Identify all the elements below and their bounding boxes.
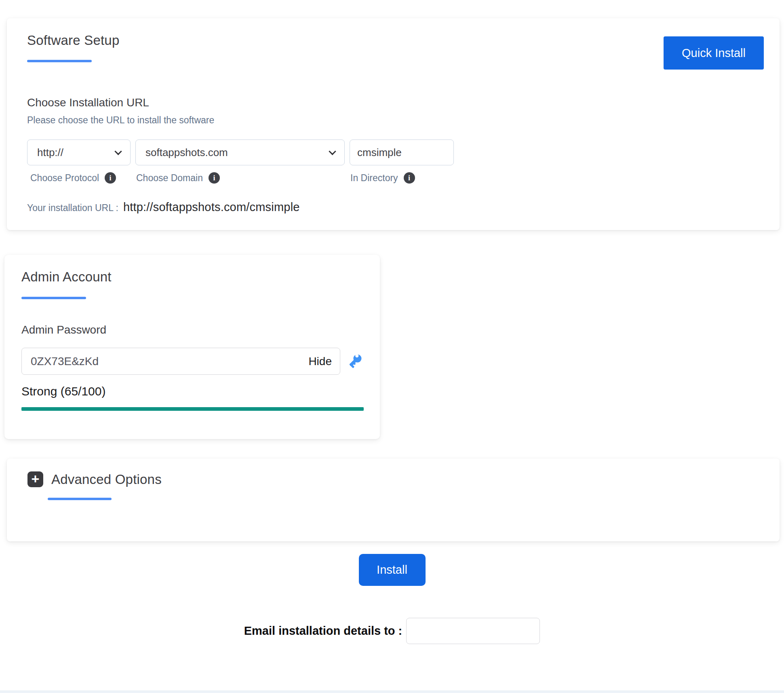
install-button[interactable]: Install [359,554,426,586]
software-setup-title-block: Software Setup [27,33,119,62]
info-icon[interactable]: i [404,172,415,184]
directory-input[interactable] [350,139,454,165]
software-setup-title: Software Setup [27,33,119,48]
directory-label: In Directory [350,173,398,184]
title-accent-underline [27,60,92,62]
protocol-label: Choose Protocol [30,173,99,184]
domain-select-wrap: softappshots.com [135,139,345,165]
email-details-label: Email installation details to : [244,624,403,638]
protocol-select[interactable]: http:// [27,139,131,165]
software-setup-card: Software Setup Quick Install Choose Inst… [7,18,780,230]
title-accent-underline [48,498,112,500]
installation-url-label: Your installation URL : [27,203,118,213]
advanced-options-toggle[interactable]: + Advanced Options [27,471,162,487]
password-strength-text: Strong (65/100) [21,385,364,398]
advanced-options-title: Advanced Options [51,472,162,487]
installation-url-row: Your installation URL : http://softappsh… [27,201,763,214]
choose-installation-url-heading: Choose Installation URL [27,96,763,109]
generate-password-button[interactable] [345,352,364,371]
admin-password-row: Hide [21,348,364,375]
protocol-select-wrap: http:// [27,139,131,165]
admin-account-card: Admin Account Admin Password Hide [4,255,380,439]
title-accent-underline [21,297,86,299]
admin-password-input[interactable] [22,348,308,374]
plus-icon: + [27,471,43,487]
email-details-input[interactable] [406,618,540,644]
installation-url-value: http://softappshots.com/cmsimple [123,201,300,214]
email-row: Email installation details to : [0,618,784,644]
password-strength-bar [21,407,364,411]
domain-label-group: Choose Domain i [136,172,220,184]
quick-install-button[interactable]: Quick Install [664,36,764,70]
protocol-label-group: Choose Protocol i [30,172,116,184]
admin-password-label: Admin Password [21,323,364,336]
admin-account-title: Admin Account [21,269,364,285]
info-icon[interactable]: i [209,172,220,184]
domain-select[interactable]: softappshots.com [135,139,345,165]
advanced-options-card: + Advanced Options [7,458,780,541]
bottom-divider [0,691,784,693]
install-row: Install [0,554,784,586]
choose-installation-url-subheading: Please choose the URL to install the sof… [27,115,763,126]
software-setup-header: Software Setup Quick Install [27,33,763,70]
admin-password-field: Hide [21,348,340,375]
directory-label-group: In Directory i [350,172,415,184]
key-icon [345,352,364,371]
field-labels-row: Choose Protocol i Choose Domain i In Dir… [27,172,763,184]
installation-url-fields-row: http:// softappshots.com [27,139,763,165]
domain-label: Choose Domain [136,173,203,184]
password-hide-toggle[interactable]: Hide [308,355,340,368]
password-strength-bar-fill [21,407,364,411]
info-icon[interactable]: i [105,172,116,184]
